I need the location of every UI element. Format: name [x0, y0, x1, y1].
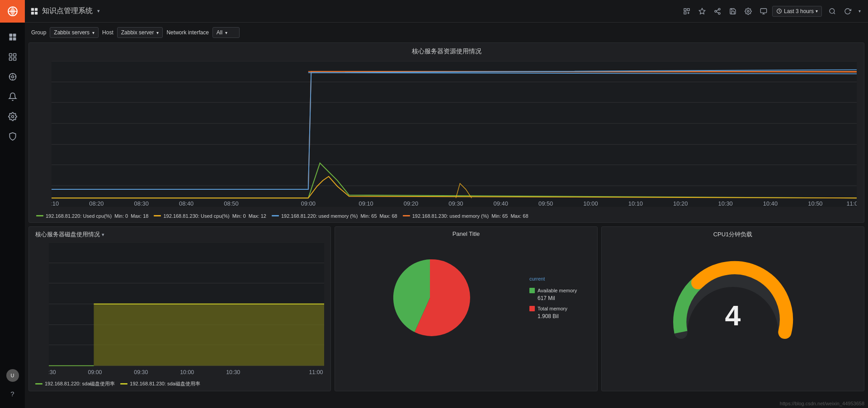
topbar-actions: Last 3 hours ▾ ▾: [680, 5, 863, 18]
add-panel-button[interactable]: [680, 5, 693, 18]
svg-rect-5: [9, 54, 12, 56]
svg-point-25: [715, 10, 717, 12]
sidebar-item-settings[interactable]: [0, 107, 25, 127]
pie-total-label: Total memory: [538, 306, 567, 311]
gear-button[interactable]: [741, 5, 755, 18]
group-filter-caret: ▾: [92, 30, 94, 35]
pie-total-dot: [529, 306, 535, 311]
bottom-panels-row: 核心服务器磁盘使用情况 ▾ 9 10 11 12 13 14: [28, 226, 864, 391]
time-range-label: Last 3 hours: [784, 8, 814, 14]
sidebar-item-shield[interactable]: [0, 127, 25, 146]
disk-title-chevron[interactable]: ▾: [102, 232, 104, 237]
svg-point-34: [830, 9, 835, 14]
svg-rect-18: [31, 11, 34, 14]
sidebar: U ?: [0, 0, 25, 408]
svg-rect-17: [35, 8, 38, 10]
topbar: 知识点管理系统 ▾ Last 3 hours ▾: [25, 0, 868, 23]
svg-line-28: [717, 9, 719, 11]
svg-line-35: [834, 13, 835, 14]
legend-color-2: [272, 215, 279, 216]
share-button[interactable]: [711, 5, 724, 18]
refresh-chevron-button[interactable]: ▾: [856, 5, 863, 18]
time-range-picker[interactable]: Last 3 hours ▾: [772, 6, 822, 17]
main-chart-area: 0 10 20 30 40 50 60: [29, 57, 864, 211]
group-filter-label: Group: [31, 29, 46, 36]
disk-legend-color-1: [120, 383, 127, 385]
svg-rect-22: [684, 12, 686, 14]
svg-marker-23: [699, 8, 705, 14]
network-filter-dropdown[interactable]: All ▾: [212, 27, 240, 38]
monitor-button[interactable]: [757, 5, 770, 18]
sidebar-item-compass[interactable]: [0, 67, 25, 87]
disk-legend-color-0: [35, 383, 42, 385]
title-chevron: ▾: [97, 8, 100, 14]
svg-text:10:40: 10:40: [763, 200, 778, 207]
svg-text:08:30: 08:30: [49, 369, 56, 375]
search-button[interactable]: [826, 5, 839, 18]
pie-chart-panel: Panel Title: [335, 226, 598, 391]
svg-rect-36: [52, 61, 857, 207]
legend-item-1: 192.168.81.230: Used cpu(%) Min: 0 Max: …: [154, 213, 266, 219]
svg-rect-8: [13, 58, 16, 61]
sidebar-item-alerts[interactable]: [0, 87, 25, 107]
svg-rect-19: [35, 11, 38, 14]
svg-rect-16: [31, 8, 34, 10]
host-filter-value: Zabbix server: [121, 29, 154, 36]
sidebar-item-menu[interactable]: [0, 27, 25, 47]
filterbar: Group Zabbix servers ▾ Host Zabbix serve…: [25, 23, 868, 42]
svg-text:09:20: 09:20: [404, 200, 418, 207]
gauge-container: 4: [602, 240, 864, 353]
user-avatar[interactable]: U: [6, 369, 19, 382]
sidebar-item-help[interactable]: ?: [0, 384, 25, 403]
group-filter-value: Zabbix servers: [54, 29, 90, 36]
legend-label-3: 192.168.81.230: used memory (%) Min: 65 …: [412, 213, 528, 219]
svg-point-24: [718, 8, 720, 10]
app-logo[interactable]: [0, 0, 25, 23]
legend-item-0: 192.168.81.220: Used cpu(%) Min: 0 Max: …: [36, 213, 148, 219]
svg-text:10:10: 10:10: [628, 200, 643, 207]
sidebar-bottom: U ?: [0, 369, 25, 403]
svg-text:09:10: 09:10: [359, 200, 373, 207]
disk-legend-label-0: 192.168.81.220: sda磁盘使用率: [45, 380, 115, 387]
main-chart-legend: 192.168.81.220: Used cpu(%) Min: 0 Max: …: [29, 211, 864, 222]
save-button[interactable]: [726, 5, 740, 18]
svg-text:08:40: 08:40: [179, 200, 193, 207]
pie-svg: [385, 253, 475, 343]
disk-chart-title: 核心服务器磁盘使用情况 ▾: [29, 227, 330, 240]
svg-text:09:30: 09:30: [134, 369, 148, 375]
svg-line-27: [717, 12, 719, 13]
host-filter-caret: ▾: [156, 30, 159, 35]
svg-text:10:50: 10:50: [808, 200, 822, 207]
refresh-button[interactable]: [841, 5, 854, 18]
legend-label-0: 192.168.81.220: Used cpu(%) Min: 0 Max: …: [46, 213, 148, 219]
main-chart-title: 核心服务器资源使用情况: [29, 43, 864, 57]
pie-chart-title: Panel Title: [335, 227, 597, 239]
svg-text:09:40: 09:40: [494, 200, 508, 207]
pie-total-value: 1.908 Bil: [538, 313, 577, 319]
pie-legend-available: Available memory: [529, 288, 577, 293]
legend-color-1: [154, 215, 161, 216]
pie-available-value: 617 Mil: [538, 295, 577, 301]
sidebar-item-dashboard[interactable]: [0, 47, 25, 67]
app-title-text: 知识点管理系统: [42, 6, 93, 16]
svg-rect-7: [9, 58, 12, 61]
panels-container: 核心服务器资源使用情况 0 10 20 30: [25, 42, 868, 395]
host-filter-dropdown[interactable]: Zabbix server ▾: [117, 27, 163, 38]
group-filter-dropdown[interactable]: Zabbix servers ▾: [50, 27, 99, 38]
svg-text:09:30: 09:30: [448, 200, 463, 207]
disk-chart-area: 9 10 11 12 13 14 15: [29, 240, 330, 379]
svg-rect-3: [9, 38, 12, 41]
cpu-gauge-panel: CPU1分钟负载: [601, 226, 864, 391]
network-filter-label: Network interface: [166, 29, 208, 36]
pie-chart-area: [335, 239, 525, 356]
star-button[interactable]: [695, 5, 709, 18]
svg-rect-4: [13, 38, 16, 41]
disk-legend-item-0: 192.168.81.220: sda磁盘使用率: [35, 380, 115, 387]
svg-text:09:00: 09:00: [301, 200, 316, 207]
svg-rect-30: [760, 9, 766, 13]
legend-label-2: 192.168.81.220: used memory (%) Min: 65 …: [281, 213, 397, 219]
pie-current-header: current: [529, 276, 593, 281]
svg-point-10: [11, 76, 14, 78]
legend-item-2: 192.168.81.220: used memory (%) Min: 65 …: [272, 213, 397, 219]
svg-text:09:50: 09:50: [538, 200, 553, 207]
